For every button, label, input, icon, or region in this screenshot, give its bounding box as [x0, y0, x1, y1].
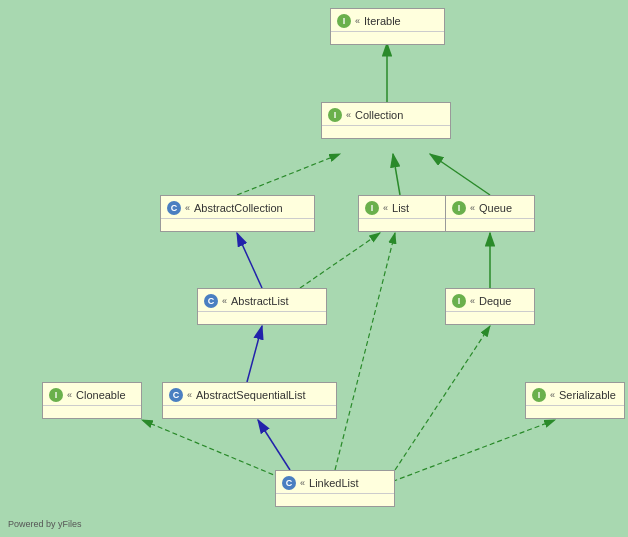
svg-line-15: [370, 420, 555, 490]
stereotype-deque: «: [470, 296, 475, 306]
label-abstractsequentiallist: AbstractSequentialList: [196, 389, 305, 401]
arrows-layer: [0, 0, 628, 537]
badge-list: I: [365, 201, 379, 215]
label-linkedlist: LinkedList: [309, 477, 359, 489]
node-collection: I « Collection: [321, 102, 451, 139]
node-abstractsequentiallist: C « AbstractSequentialList: [162, 382, 337, 419]
svg-line-7: [237, 233, 262, 288]
label-abstractlist: AbstractList: [231, 295, 288, 307]
stereotype-list: «: [383, 203, 388, 213]
badge-deque: I: [452, 294, 466, 308]
badge-serializable: I: [532, 388, 546, 402]
label-list: List: [392, 202, 409, 214]
svg-line-11: [395, 326, 490, 470]
svg-line-6: [430, 154, 490, 195]
stereotype-collection: «: [346, 110, 351, 120]
badge-abstractcollection: C: [167, 201, 181, 215]
stereotype-abstractcollection: «: [185, 203, 190, 213]
badge-iterable: I: [337, 14, 351, 28]
node-list: I « List: [358, 195, 448, 232]
node-abstractlist: C « AbstractList: [197, 288, 327, 325]
svg-line-9: [335, 233, 395, 470]
svg-line-8: [300, 233, 380, 288]
node-queue: I « Queue: [445, 195, 535, 232]
badge-abstractlist: C: [204, 294, 218, 308]
label-collection: Collection: [355, 109, 403, 121]
stereotype-cloneable: «: [67, 390, 72, 400]
badge-abstractsequentiallist: C: [169, 388, 183, 402]
label-iterable: Iterable: [364, 15, 401, 27]
node-deque: I « Deque: [445, 288, 535, 325]
stereotype-abstractsequentiallist: «: [187, 390, 192, 400]
stereotype-queue: «: [470, 203, 475, 213]
node-linkedlist: C « LinkedList: [275, 470, 395, 507]
stereotype-iterable: «: [355, 16, 360, 26]
svg-line-4: [237, 154, 340, 195]
badge-cloneable: I: [49, 388, 63, 402]
badge-collection: I: [328, 108, 342, 122]
svg-line-13: [258, 420, 290, 470]
svg-line-5: [393, 154, 400, 195]
badge-linkedlist: C: [282, 476, 296, 490]
node-iterable: I « Iterable: [330, 8, 445, 45]
label-serializable: Serializable: [559, 389, 616, 401]
stereotype-serializable: «: [550, 390, 555, 400]
node-abstractcollection: C « AbstractCollection: [160, 195, 315, 232]
label-queue: Queue: [479, 202, 512, 214]
label-cloneable: Cloneable: [76, 389, 126, 401]
label-deque: Deque: [479, 295, 511, 307]
node-serializable: I « Serializable: [525, 382, 625, 419]
stereotype-abstractlist: «: [222, 296, 227, 306]
badge-queue: I: [452, 201, 466, 215]
node-cloneable: I « Cloneable: [42, 382, 142, 419]
stereotype-linkedlist: «: [300, 478, 305, 488]
powered-by: Powered by yFiles: [8, 519, 82, 529]
svg-line-12: [247, 326, 262, 382]
label-abstractcollection: AbstractCollection: [194, 202, 283, 214]
